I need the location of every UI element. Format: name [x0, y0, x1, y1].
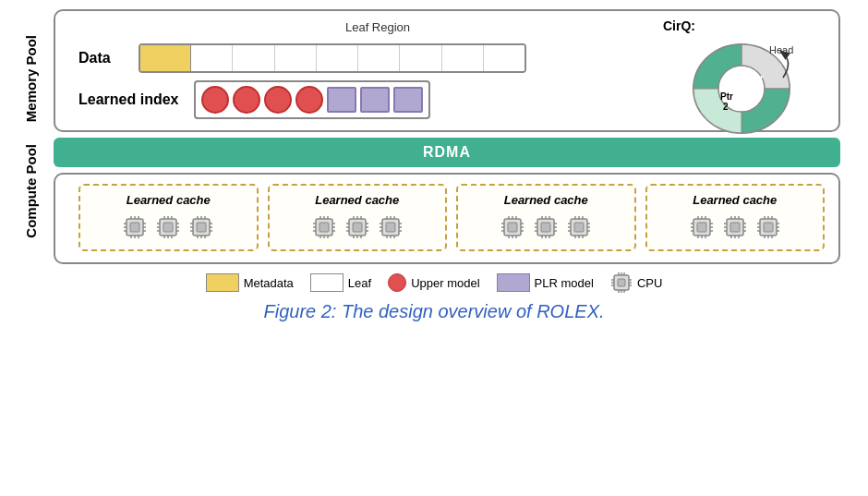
svg-rect-93 [508, 223, 517, 232]
svg-rect-79 [386, 223, 395, 232]
memory-pool: CirQ: [54, 9, 840, 132]
legend-upper-model: Upper model [388, 273, 479, 292]
svg-rect-177 [618, 279, 625, 286]
leaf-cell-7 [442, 45, 484, 71]
svg-rect-9 [130, 223, 139, 232]
compute-node-1: Learned cache [78, 184, 259, 251]
leaf-cell-4 [317, 45, 358, 71]
upper-model-4 [295, 86, 323, 114]
svg-rect-135 [697, 223, 706, 232]
legend-cpu-label: CPU [637, 276, 662, 290]
data-cells [139, 43, 526, 73]
cirq-container: CirQ: [658, 18, 825, 148]
cpu-icon-1b [155, 214, 181, 240]
legend-metadata-label: Metadata [244, 276, 294, 290]
cpu-icon-4b [722, 214, 748, 240]
legend-yellow-box [206, 273, 239, 292]
diagram-container: Memory Pool Compute Pool CirQ: [28, 9, 840, 322]
cpu-icon-1a [122, 214, 148, 240]
rdma-bar: RDMA [54, 138, 840, 167]
legend-cpu-icon [610, 272, 633, 294]
cpu-icon-4a [689, 214, 715, 240]
figure-caption: Figure 2: The design overview of ROLEX. [28, 301, 840, 322]
svg-text:Ptr: Ptr [751, 73, 764, 83]
svg-rect-23 [163, 223, 173, 232]
svg-text:Head: Head [769, 44, 793, 55]
cpu-row-2 [311, 214, 404, 240]
cpu-icon-1c [188, 214, 214, 240]
metadata-cell [140, 45, 191, 71]
cirq-title: CirQ: [663, 18, 825, 33]
cpu-icon-3c [566, 214, 592, 240]
svg-rect-65 [353, 223, 362, 232]
legend-leaf: Leaf [310, 273, 371, 292]
svg-rect-51 [319, 223, 329, 232]
legend-white-box [310, 273, 344, 292]
leaf-cell-8 [484, 45, 524, 71]
svg-rect-121 [574, 223, 584, 232]
compute-node-4: Learned cache [645, 184, 826, 251]
learned-cache-label-1: Learned cache [127, 193, 211, 207]
cpu-icon-4c [755, 214, 781, 240]
compute-pool: Learned cache Learned cache [54, 173, 840, 264]
learned-cache-label-4: Learned cache [693, 193, 777, 207]
upper-model-3 [264, 86, 292, 114]
leaf-cell-2 [233, 45, 274, 71]
legend-plr-label: PLR model [535, 276, 594, 290]
leaf-region-label: Leaf Region [134, 20, 621, 34]
memory-pool-label: Memory Pool [23, 35, 39, 122]
compute-node-3: Learned cache [456, 184, 636, 251]
plr-model-3 [393, 87, 423, 113]
compute-inner: Learned cache Learned cache [69, 184, 825, 251]
svg-rect-37 [197, 223, 206, 232]
cirq-svg: Head Ptr 1 Ptr 2 [681, 33, 802, 135]
legend-plr-model: PLR model [497, 273, 594, 292]
learned-cache-label-2: Learned cache [315, 193, 399, 207]
learned-cells [194, 80, 430, 119]
cpu-icon-2a [311, 214, 337, 240]
svg-rect-163 [764, 223, 773, 232]
legend-upper-model-label: Upper model [411, 276, 479, 290]
legend-leaf-label: Leaf [348, 276, 371, 290]
data-label: Data [78, 50, 129, 67]
cpu-icon-2c [378, 214, 404, 240]
compute-node-2: Learned cache [268, 184, 448, 251]
outer-wrapper: Memory Pool Compute Pool CirQ: [28, 9, 840, 264]
learned-label: Learned index [78, 91, 185, 108]
cpu-row-3 [500, 214, 592, 240]
cirq-svg-wrapper: Head Ptr 1 Ptr 2 [658, 33, 825, 135]
cpu-icon-3a [500, 214, 525, 240]
compute-pool-label: Compute Pool [23, 144, 39, 238]
leaf-cell-6 [400, 45, 441, 71]
plr-model-1 [327, 87, 356, 113]
svg-rect-107 [541, 223, 550, 232]
legend-red-circle [388, 273, 406, 292]
svg-text:2: 2 [723, 102, 729, 112]
legend-metadata: Metadata [206, 273, 294, 292]
pools-wrapper: CirQ: [54, 9, 840, 264]
legend-cpu: CPU [610, 272, 662, 294]
upper-model-1 [201, 86, 229, 114]
cpu-row-1 [122, 214, 214, 240]
leaf-cell-3 [275, 45, 317, 71]
cpu-icon-3b [533, 214, 559, 240]
learned-cache-label-3: Learned cache [504, 193, 588, 207]
leaf-cell-5 [358, 45, 400, 71]
plr-model-2 [360, 87, 390, 113]
cpu-row-4 [689, 214, 781, 240]
rdma-wrapper: RDMA [54, 132, 840, 173]
cpu-icon-2b [344, 214, 370, 240]
svg-text:Ptr: Ptr [720, 91, 733, 102]
upper-model-2 [233, 86, 260, 114]
svg-text:1: 1 [753, 83, 759, 93]
svg-rect-149 [730, 223, 740, 232]
leaf-cell-1 [191, 45, 233, 71]
legend: Metadata Leaf Upper model PLR model [28, 272, 840, 294]
legend-purple-box [497, 273, 530, 292]
